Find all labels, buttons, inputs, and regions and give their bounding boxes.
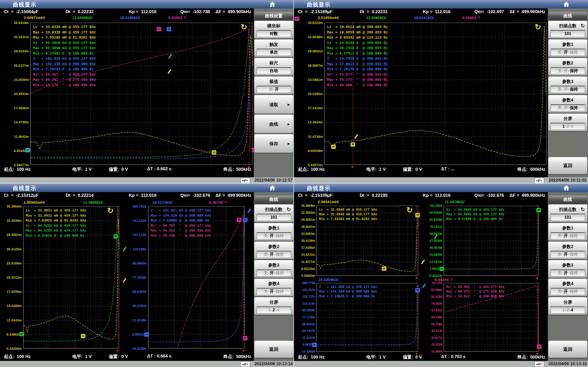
readout-line: Min = 23.176 ° @ 500.000 kHz (33, 82, 96, 88)
sidebar-button[interactable]: 扫描点数↻101 (254, 204, 293, 222)
sidebar-button[interactable]: 参数1关-开-保持 (548, 39, 587, 57)
param-row: Ct = -2.15312μFDt = 0.22214Kp = 112.016Q… (0, 192, 254, 199)
option-value: 101 (270, 215, 277, 219)
sidebar-button[interactable]: 分屏1-2-4 (548, 297, 587, 315)
sidebar-button-label: 标尺 (254, 58, 293, 66)
sidebar-value-box[interactable]: 关-开-保持 (551, 67, 585, 74)
sidebar-button[interactable]: 曲线► (254, 115, 293, 133)
footer-field: 终点: 500kHz (223, 166, 251, 172)
readout-line: Xs = 94.9285 kΩ @ 459.177 kHz (26, 223, 86, 228)
readout-line: Max = 94.375 ° @ 275.450 kHz (446, 289, 505, 294)
sidebar-value-box[interactable]: 自动 (257, 67, 291, 74)
marker-M: M (243, 218, 248, 222)
sidebar-button[interactable]: 参数3关-开-保持 (548, 76, 587, 94)
readout-line: θz° = 68.507 ° @ 459.177 kHz (33, 72, 96, 77)
sidebar-value-box[interactable]: 关-开-保持 (551, 269, 585, 277)
readout-line: Min = 9.69342 mH @ 129.113 Hz (327, 35, 388, 40)
home-icon[interactable] (562, 184, 574, 191)
footer-row: 起点: 100 Hz电平: 1 V偏置: 0 VΔT : 0.703 s终点: … (294, 354, 548, 361)
quadrant-bottom-right: 曲线显示 Ct = -2.15339μFDt = 0.22195Kp = 112… (294, 184, 588, 367)
sidebar-value-box[interactable]: 单次 (257, 49, 291, 56)
cursor-triangle (248, 166, 250, 168)
sidebar-button[interactable]: 标尺自动 (254, 58, 293, 75)
sidebar-button[interactable]: 参数4关-开-保持 (548, 279, 587, 296)
sidebar-value-box[interactable]: 关-开-保持 (551, 86, 585, 93)
sidebar-value-box[interactable]: 1-2-4 (551, 123, 585, 130)
home-icon[interactable] (268, 1, 280, 8)
option-value: 开 (270, 234, 274, 238)
sidebar-button[interactable]: 参数1关-开-保持 (548, 223, 587, 241)
sidebar-button[interactable]: 参数2关-开-保持 (548, 58, 587, 75)
sidebar-button[interactable]: 扫描点数↻101 (548, 21, 587, 38)
sidebar-value-box[interactable]: 关-开-保持 (257, 288, 291, 295)
sidebar-value-box[interactable]: 关-开-保持 (551, 251, 585, 258)
sidebar-button[interactable]: 横坐标对数 (254, 21, 293, 38)
sidebar-value-box[interactable]: 101 (257, 214, 291, 221)
sidebar-value-box[interactable]: 关-开-保持 (257, 232, 291, 240)
back-button[interactable]: 返回 (548, 341, 587, 358)
sidebar-value-box[interactable]: 关-开-保持 (551, 104, 585, 112)
marker-M: M (350, 142, 355, 147)
option-value: 关 (264, 289, 268, 294)
sidebar-button-label: 分屏 (254, 297, 293, 305)
option-value: 开 (564, 252, 568, 257)
sidebar-value-box[interactable]: 101 (551, 30, 585, 37)
sidebar-value-box[interactable]: 关-开-保持 (551, 288, 585, 295)
option-value: 2 (567, 308, 569, 312)
sidebar-button[interactable]: 保存► (254, 134, 293, 153)
sidebar-value-box[interactable]: 关-开 (257, 86, 291, 93)
sidebar-button[interactable]: 分屏1-2-4 (254, 297, 293, 315)
readout-line: Max = 26.2318 Ω @ 390.693 Hz (327, 45, 388, 51)
title-bar: 曲线显示 (0, 0, 294, 9)
axis-label: 59.1986 (421, 315, 442, 319)
option-value: 自动 (270, 69, 278, 73)
sidebar-button[interactable]: 读取► (254, 95, 293, 114)
axis-label: 67.6411 (421, 309, 442, 312)
axis-label: -15.4265k (294, 350, 315, 353)
separator: - (568, 271, 570, 275)
separator: - (562, 50, 564, 54)
sidebar-value-box[interactable]: 关-开-保持 (551, 49, 585, 56)
sidebar-button[interactable]: 触发单次 (254, 39, 293, 57)
sidebar-button[interactable]: 参数1关-开-保持 (254, 223, 293, 241)
separator: - (562, 87, 564, 91)
sidebar-button[interactable]: 参数3关-开-保持 (254, 260, 293, 278)
sidebar-button-label: 极值 (254, 76, 293, 84)
axis-label: 29.5852m (301, 49, 323, 53)
sidebar-value-box[interactable]: 对数 (257, 30, 291, 37)
axis-label: 114.198k (125, 247, 146, 251)
readout-line: Min = 23.789 ° @ 500.000 kHz (151, 233, 211, 238)
axis-label: 58.6551k (294, 322, 315, 326)
sidebar-title: 曲线 (548, 195, 587, 203)
sidebar-value-box[interactable]: 关-开-保持 (257, 269, 291, 277)
option-value: 1 (562, 308, 565, 312)
param-readout: Ct = -2.15339μF (298, 193, 333, 198)
sidebar-button[interactable]: 参数3关-开-保持 (548, 260, 587, 278)
option-value: 4 (277, 308, 279, 312)
sidebar-button[interactable]: 扫描点数↻101 (548, 204, 587, 222)
sidebar-button[interactable]: 参数2关-开-保持 (254, 242, 293, 259)
sidebar-button[interactable]: 分屏1-2-4 (548, 114, 587, 131)
home-icon[interactable] (562, 1, 574, 8)
sidebar-value-box[interactable]: 101 (551, 214, 585, 221)
sidebar-value-box[interactable]: 1-2-4 (551, 306, 585, 314)
option-value: 关 (264, 234, 268, 238)
sidebar-button[interactable]: 参数4关-开-保持 (254, 279, 293, 296)
sidebar-value-box[interactable]: 1-2-4 (257, 306, 291, 314)
sidebar-button-label: 分屏 (548, 297, 587, 305)
sidebar-button[interactable]: 极值关-开 (254, 76, 293, 94)
back-button[interactable]: 返回 (548, 157, 587, 174)
option-value: 1 (268, 308, 271, 312)
sidebar-button-label: 参数4 (254, 279, 293, 287)
quadrant-top-left: 曲线显示 Ct = -2.15084μFDt = 0.22232Kp = 112… (0, 0, 294, 183)
option-value: 开 (564, 289, 568, 294)
axis-label: 151.232k (125, 219, 146, 223)
home-icon[interactable] (268, 184, 280, 191)
axis-label: 11.4343m (0, 318, 22, 322)
sidebar-value-box[interactable]: 关-开-保持 (551, 232, 585, 240)
back-button[interactable]: 返回 (254, 341, 293, 358)
sidebar-button[interactable]: 参数2关-开-保持 (548, 242, 587, 259)
sidebar-value-box[interactable]: 关-开-保持 (257, 251, 291, 258)
option-value: 保持 (570, 289, 578, 294)
sidebar-button[interactable]: 参数4关-开-保持 (548, 95, 587, 113)
